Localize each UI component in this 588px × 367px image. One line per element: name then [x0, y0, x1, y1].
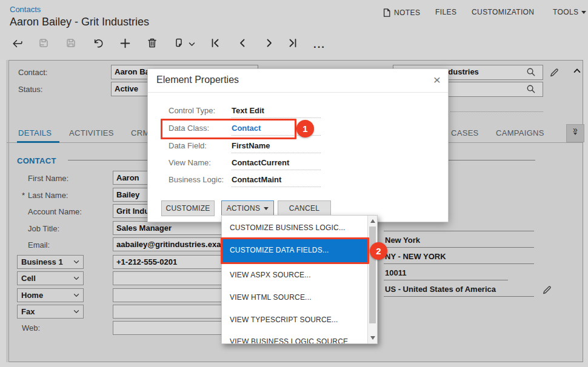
menu-item-view-business-logic-source[interactable]: VIEW BUSINESS LOGIC SOURCE	[230, 337, 348, 344]
scrollbar-thumb[interactable]	[369, 226, 376, 323]
annotation-rect-customize-data-fields	[221, 237, 369, 264]
annotation-badge-2: 2	[370, 242, 387, 260]
menu-item-view-typescript-source[interactable]: VIEW TYPESCRIPT SOURCE...	[230, 316, 338, 324]
control-type-label: Control Type:	[169, 106, 215, 115]
customize-label: CUSTOMIZE	[165, 204, 210, 213]
cancel-button[interactable]: CANCEL	[278, 200, 331, 216]
data-field-value: FirstName	[232, 141, 321, 153]
element-properties-dialog: Element Properties × Control Type: Text …	[147, 68, 449, 222]
menu-item-customize-business-logic[interactable]: CUSTOMIZE BUSINESS LOGIC...	[230, 223, 346, 232]
menu-item-view-aspx-source[interactable]: VIEW ASPX SOURCE...	[230, 271, 311, 279]
actions-button[interactable]: ACTIONS	[221, 200, 274, 216]
dialog-title: Element Properties	[156, 74, 239, 85]
annotation-rect-data-class	[161, 119, 296, 139]
view-name-label: View Name:	[169, 158, 211, 167]
data-field-label: Data Field:	[169, 141, 207, 150]
scroll-up-icon[interactable]	[370, 219, 375, 223]
control-type-value: Text Edit	[232, 106, 321, 118]
app-window: Contacts Aaron Bailey - Grit Industries …	[0, 0, 588, 367]
scroll-down-icon[interactable]	[370, 336, 375, 340]
business-logic-value: ContactMaint	[232, 175, 321, 187]
customize-button[interactable]: CUSTOMIZE	[161, 200, 215, 216]
actions-dropdown-menu: CUSTOMIZE BUSINESS LOGIC... CUSTOMIZE DA…	[221, 215, 378, 344]
menu-item-view-html-source[interactable]: VIEW HTML SOURCE...	[230, 293, 312, 302]
close-icon[interactable]: ×	[433, 73, 441, 87]
cancel-label: CANCEL	[289, 204, 319, 213]
menu-scrollbar[interactable]	[367, 216, 377, 343]
actions-label: ACTIONS	[227, 204, 260, 213]
dialog-divider	[148, 92, 448, 93]
caret-down-icon	[264, 207, 269, 210]
view-name-value: ContactCurrent	[232, 158, 321, 170]
annotation-badge-1: 1	[296, 120, 314, 137]
business-logic-label: Business Logic:	[169, 175, 224, 184]
